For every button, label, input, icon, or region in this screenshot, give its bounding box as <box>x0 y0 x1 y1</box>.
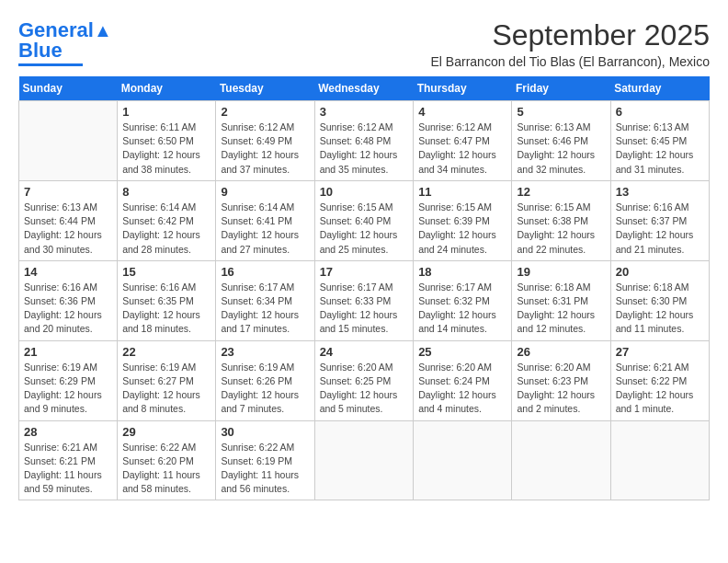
day-number: 14 <box>24 265 112 279</box>
day-info: Sunrise: 6:14 AMSunset: 6:41 PMDaylight:… <box>221 201 309 257</box>
day-number: 25 <box>418 345 506 359</box>
day-info: Sunrise: 6:15 AMSunset: 6:39 PMDaylight:… <box>418 201 506 257</box>
calendar-cell <box>19 101 118 181</box>
day-number: 26 <box>517 345 605 359</box>
day-info: Sunrise: 6:15 AMSunset: 6:40 PMDaylight:… <box>320 201 409 257</box>
day-info: Sunrise: 6:17 AMSunset: 6:32 PMDaylight:… <box>418 281 506 337</box>
day-number: 21 <box>24 345 112 359</box>
day-number: 24 <box>320 345 409 359</box>
col-friday: Friday <box>512 76 610 101</box>
calendar-week-2: 7Sunrise: 6:13 AMSunset: 6:44 PMDaylight… <box>19 180 710 260</box>
day-number: 17 <box>320 265 409 279</box>
calendar-cell <box>512 420 610 500</box>
calendar-cell: 21Sunrise: 6:19 AMSunset: 6:29 PMDayligh… <box>19 340 118 420</box>
calendar-cell: 8Sunrise: 6:14 AMSunset: 6:42 PMDaylight… <box>118 180 216 260</box>
day-info: Sunrise: 6:20 AMSunset: 6:23 PMDaylight:… <box>517 361 605 417</box>
calendar-title: September 2025 <box>431 18 710 52</box>
calendar-cell: 15Sunrise: 6:16 AMSunset: 6:35 PMDayligh… <box>118 260 216 340</box>
calendar-week-3: 14Sunrise: 6:16 AMSunset: 6:36 PMDayligh… <box>19 260 710 340</box>
calendar-cell: 20Sunrise: 6:18 AMSunset: 6:30 PMDayligh… <box>610 260 709 340</box>
calendar-cell: 29Sunrise: 6:22 AMSunset: 6:20 PMDayligh… <box>118 420 216 500</box>
calendar-subtitle: El Barrancon del Tio Blas (El Barrancon)… <box>431 54 710 69</box>
calendar-cell: 10Sunrise: 6:15 AMSunset: 6:40 PMDayligh… <box>314 180 414 260</box>
day-info: Sunrise: 6:13 AMSunset: 6:46 PMDaylight:… <box>517 121 605 177</box>
day-info: Sunrise: 6:19 AMSunset: 6:29 PMDaylight:… <box>24 361 112 417</box>
col-monday: Monday <box>118 76 216 101</box>
col-sunday: Sunday <box>19 76 118 101</box>
day-info: Sunrise: 6:20 AMSunset: 6:24 PMDaylight:… <box>418 361 506 417</box>
day-number: 29 <box>122 425 210 439</box>
day-info: Sunrise: 6:21 AMSunset: 6:22 PMDaylight:… <box>616 361 704 417</box>
day-number: 28 <box>24 425 112 439</box>
calendar-cell: 5Sunrise: 6:13 AMSunset: 6:46 PMDaylight… <box>512 101 610 181</box>
day-info: Sunrise: 6:21 AMSunset: 6:21 PMDaylight:… <box>24 441 112 497</box>
day-number: 23 <box>221 345 309 359</box>
day-number: 5 <box>517 105 605 119</box>
calendar-cell: 22Sunrise: 6:19 AMSunset: 6:27 PMDayligh… <box>118 340 216 420</box>
calendar-cell: 26Sunrise: 6:20 AMSunset: 6:23 PMDayligh… <box>512 340 610 420</box>
calendar-cell: 3Sunrise: 6:12 AMSunset: 6:48 PMDaylight… <box>314 101 414 181</box>
calendar-cell: 30Sunrise: 6:22 AMSunset: 6:19 PMDayligh… <box>216 420 314 500</box>
day-info: Sunrise: 6:13 AMSunset: 6:44 PMDaylight:… <box>24 201 112 257</box>
day-number: 27 <box>616 345 704 359</box>
day-number: 3 <box>320 105 409 119</box>
day-info: Sunrise: 6:19 AMSunset: 6:27 PMDaylight:… <box>122 361 210 417</box>
day-info: Sunrise: 6:18 AMSunset: 6:31 PMDaylight:… <box>517 281 605 337</box>
day-number: 9 <box>221 185 309 199</box>
day-info: Sunrise: 6:20 AMSunset: 6:25 PMDaylight:… <box>320 361 409 417</box>
calendar-cell: 16Sunrise: 6:17 AMSunset: 6:34 PMDayligh… <box>216 260 314 340</box>
day-info: Sunrise: 6:16 AMSunset: 6:36 PMDaylight:… <box>24 281 112 337</box>
day-info: Sunrise: 6:13 AMSunset: 6:45 PMDaylight:… <box>616 121 704 177</box>
col-saturday: Saturday <box>610 76 709 101</box>
title-block: September 2025 El Barrancon del Tio Blas… <box>431 18 710 69</box>
calendar-cell: 19Sunrise: 6:18 AMSunset: 6:31 PMDayligh… <box>512 260 610 340</box>
day-info: Sunrise: 6:19 AMSunset: 6:26 PMDaylight:… <box>221 361 309 417</box>
calendar-cell: 18Sunrise: 6:17 AMSunset: 6:32 PMDayligh… <box>414 260 512 340</box>
col-thursday: Thursday <box>414 76 512 101</box>
day-info: Sunrise: 6:16 AMSunset: 6:37 PMDaylight:… <box>616 201 704 257</box>
calendar-week-4: 21Sunrise: 6:19 AMSunset: 6:29 PMDayligh… <box>19 340 710 420</box>
calendar-cell: 1Sunrise: 6:11 AMSunset: 6:50 PMDaylight… <box>118 101 216 181</box>
calendar-cell: 12Sunrise: 6:15 AMSunset: 6:38 PMDayligh… <box>512 180 610 260</box>
calendar-cell: 13Sunrise: 6:16 AMSunset: 6:37 PMDayligh… <box>610 180 709 260</box>
day-number: 30 <box>221 425 309 439</box>
calendar-cell: 4Sunrise: 6:12 AMSunset: 6:47 PMDaylight… <box>414 101 512 181</box>
col-wednesday: Wednesday <box>314 76 414 101</box>
calendar-cell: 28Sunrise: 6:21 AMSunset: 6:21 PMDayligh… <box>19 420 118 500</box>
day-number: 12 <box>517 185 605 199</box>
day-info: Sunrise: 6:14 AMSunset: 6:42 PMDaylight:… <box>122 201 210 257</box>
calendar-cell: 24Sunrise: 6:20 AMSunset: 6:25 PMDayligh… <box>314 340 414 420</box>
logo-blue: Blue <box>18 39 63 63</box>
calendar-week-1: 1Sunrise: 6:11 AMSunset: 6:50 PMDaylight… <box>19 101 710 181</box>
calendar-cell: 17Sunrise: 6:17 AMSunset: 6:33 PMDayligh… <box>314 260 414 340</box>
day-info: Sunrise: 6:12 AMSunset: 6:48 PMDaylight:… <box>320 121 409 177</box>
calendar-cell: 9Sunrise: 6:14 AMSunset: 6:41 PMDaylight… <box>216 180 314 260</box>
day-number: 15 <box>122 265 210 279</box>
calendar-cell: 14Sunrise: 6:16 AMSunset: 6:36 PMDayligh… <box>19 260 118 340</box>
calendar-cell <box>414 420 512 500</box>
calendar-table: Sunday Monday Tuesday Wednesday Thursday… <box>18 76 710 500</box>
day-number: 16 <box>221 265 309 279</box>
calendar-week-5: 28Sunrise: 6:21 AMSunset: 6:21 PMDayligh… <box>19 420 710 500</box>
day-number: 7 <box>24 185 112 199</box>
day-number: 8 <box>122 185 210 199</box>
day-info: Sunrise: 6:16 AMSunset: 6:35 PMDaylight:… <box>122 281 210 337</box>
calendar-cell: 6Sunrise: 6:13 AMSunset: 6:45 PMDaylight… <box>610 101 709 181</box>
logo: General▲ Blue <box>18 18 112 66</box>
day-info: Sunrise: 6:17 AMSunset: 6:33 PMDaylight:… <box>320 281 409 337</box>
calendar-cell <box>610 420 709 500</box>
day-number: 20 <box>616 265 704 279</box>
day-number: 10 <box>320 185 409 199</box>
calendar-cell <box>314 420 414 500</box>
day-number: 6 <box>616 105 704 119</box>
day-info: Sunrise: 6:22 AMSunset: 6:20 PMDaylight:… <box>122 441 210 497</box>
day-number: 1 <box>122 105 210 119</box>
day-number: 11 <box>418 185 506 199</box>
day-info: Sunrise: 6:22 AMSunset: 6:19 PMDaylight:… <box>221 441 309 497</box>
day-info: Sunrise: 6:12 AMSunset: 6:47 PMDaylight:… <box>418 121 506 177</box>
day-info: Sunrise: 6:11 AMSunset: 6:50 PMDaylight:… <box>122 121 210 177</box>
day-info: Sunrise: 6:18 AMSunset: 6:30 PMDaylight:… <box>616 281 704 337</box>
day-number: 18 <box>418 265 506 279</box>
calendar-cell: 27Sunrise: 6:21 AMSunset: 6:22 PMDayligh… <box>610 340 709 420</box>
calendar-cell: 23Sunrise: 6:19 AMSunset: 6:26 PMDayligh… <box>216 340 314 420</box>
